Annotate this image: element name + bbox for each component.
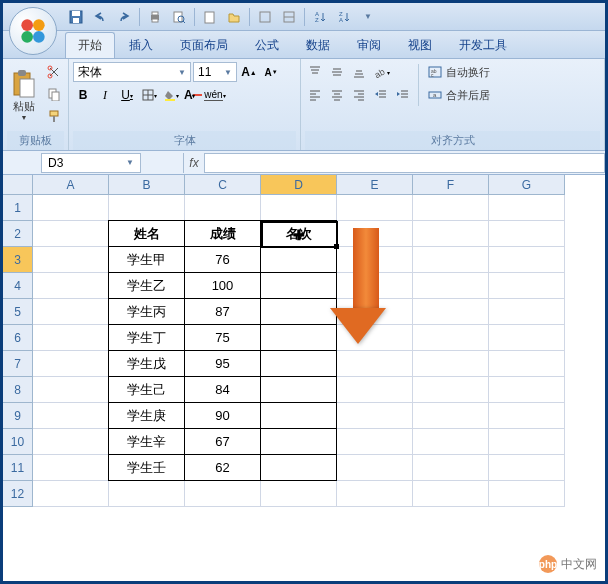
cell-B3[interactable]: 学生甲 <box>108 246 185 273</box>
cell-A6[interactable] <box>33 325 109 351</box>
cell-F4[interactable] <box>413 273 489 299</box>
col-header-F[interactable]: F <box>413 175 489 195</box>
cell-C6[interactable]: 75 <box>184 324 261 351</box>
cell-D12[interactable] <box>261 481 337 507</box>
spreadsheet-grid[interactable]: ABCDEFG 123456789101112 姓名成绩名次学生甲76学生乙10… <box>3 175 605 581</box>
row-header-5[interactable]: 5 <box>3 299 33 325</box>
redo-icon[interactable] <box>113 6 135 28</box>
cell-E8[interactable] <box>337 377 413 403</box>
cell-A12[interactable] <box>33 481 109 507</box>
tab-5[interactable]: 审阅 <box>344 32 394 58</box>
cell-F12[interactable] <box>413 481 489 507</box>
cell-G1[interactable] <box>489 195 565 221</box>
align-left-icon[interactable] <box>305 85 325 105</box>
cell-E2[interactable] <box>337 221 413 247</box>
cell-G8[interactable] <box>489 377 565 403</box>
decrease-indent-icon[interactable] <box>371 85 391 105</box>
cell-E4[interactable] <box>337 273 413 299</box>
cell-D5[interactable] <box>260 298 337 325</box>
sort-asc-icon[interactable]: AZ <box>309 6 331 28</box>
cell-G12[interactable] <box>489 481 565 507</box>
row-header-2[interactable]: 2 <box>3 221 33 247</box>
new-icon[interactable] <box>199 6 221 28</box>
cell-F1[interactable] <box>413 195 489 221</box>
cell-A2[interactable] <box>33 221 109 247</box>
cell-D9[interactable] <box>260 402 337 429</box>
cell-F6[interactable] <box>413 325 489 351</box>
fill-color-icon[interactable]: ▾ <box>161 85 181 105</box>
row-header-11[interactable]: 11 <box>3 455 33 481</box>
qat-icon-2[interactable] <box>278 6 300 28</box>
cell-D11[interactable] <box>260 454 337 481</box>
cell-B5[interactable]: 学生丙 <box>108 298 185 325</box>
cell-D6[interactable] <box>260 324 337 351</box>
paste-button[interactable]: 粘贴 ▼ <box>7 62 41 128</box>
merge-center-button[interactable]: a合并后居 <box>424 85 494 105</box>
cell-G5[interactable] <box>489 299 565 325</box>
tab-3[interactable]: 公式 <box>242 32 292 58</box>
italic-icon[interactable]: I <box>95 85 115 105</box>
cell-B1[interactable] <box>109 195 185 221</box>
cell-F7[interactable] <box>413 351 489 377</box>
cell-C12[interactable] <box>185 481 261 507</box>
cell-E5[interactable] <box>337 299 413 325</box>
cell-C1[interactable] <box>185 195 261 221</box>
cell-F9[interactable] <box>413 403 489 429</box>
cell-G11[interactable] <box>489 455 565 481</box>
cell-E12[interactable] <box>337 481 413 507</box>
cell-F2[interactable] <box>413 221 489 247</box>
cell-G3[interactable] <box>489 247 565 273</box>
cell-B11[interactable]: 学生壬 <box>108 454 185 481</box>
formula-bar[interactable] <box>205 153 605 173</box>
tab-7[interactable]: 开发工具 <box>446 32 520 58</box>
cell-D2[interactable]: 名次 <box>260 220 337 247</box>
save-icon[interactable] <box>65 6 87 28</box>
cell-D8[interactable] <box>260 376 337 403</box>
cell-C11[interactable]: 62 <box>184 454 261 481</box>
cell-A1[interactable] <box>33 195 109 221</box>
align-top-icon[interactable] <box>305 62 325 82</box>
cell-E10[interactable] <box>337 429 413 455</box>
row-header-9[interactable]: 9 <box>3 403 33 429</box>
col-header-B[interactable]: B <box>109 175 185 195</box>
format-painter-icon[interactable] <box>44 106 64 126</box>
align-center-icon[interactable] <box>327 85 347 105</box>
row-header-7[interactable]: 7 <box>3 351 33 377</box>
cell-C9[interactable]: 90 <box>184 402 261 429</box>
col-header-G[interactable]: G <box>489 175 565 195</box>
cell-C7[interactable]: 95 <box>184 350 261 377</box>
tab-2[interactable]: 页面布局 <box>167 32 241 58</box>
cell-D1[interactable] <box>261 195 337 221</box>
cell-A9[interactable] <box>33 403 109 429</box>
orientation-icon[interactable]: ab▾ <box>371 62 391 82</box>
copy-icon[interactable] <box>44 84 64 104</box>
cell-E1[interactable] <box>337 195 413 221</box>
bold-icon[interactable]: B <box>73 85 93 105</box>
qat-icon-1[interactable] <box>254 6 276 28</box>
cell-F5[interactable] <box>413 299 489 325</box>
align-right-icon[interactable] <box>349 85 369 105</box>
wrap-text-button[interactable]: abc自动换行 <box>424 62 494 82</box>
cell-B9[interactable]: 学生庚 <box>108 402 185 429</box>
font-size-combo[interactable]: 11▼ <box>193 62 237 82</box>
print-icon[interactable] <box>144 6 166 28</box>
preview-icon[interactable] <box>168 6 190 28</box>
cell-G9[interactable] <box>489 403 565 429</box>
cell-B10[interactable]: 学生辛 <box>108 428 185 455</box>
office-button[interactable] <box>9 7 57 55</box>
cell-F10[interactable] <box>413 429 489 455</box>
cell-B4[interactable]: 学生乙 <box>108 272 185 299</box>
qat-more-icon[interactable]: ▼ <box>357 6 379 28</box>
cell-D10[interactable] <box>260 428 337 455</box>
cell-A8[interactable] <box>33 377 109 403</box>
font-name-combo[interactable]: 宋体▼ <box>73 62 191 82</box>
cell-E9[interactable] <box>337 403 413 429</box>
cell-G6[interactable] <box>489 325 565 351</box>
phonetic-icon[interactable]: wén▾ <box>205 85 225 105</box>
cell-B12[interactable] <box>109 481 185 507</box>
undo-icon[interactable] <box>89 6 111 28</box>
cells-area[interactable]: 姓名成绩名次学生甲76学生乙100学生丙87学生丁75学生戊95学生己84学生庚… <box>33 195 565 507</box>
cell-A10[interactable] <box>33 429 109 455</box>
align-middle-icon[interactable] <box>327 62 347 82</box>
cell-B8[interactable]: 学生己 <box>108 376 185 403</box>
